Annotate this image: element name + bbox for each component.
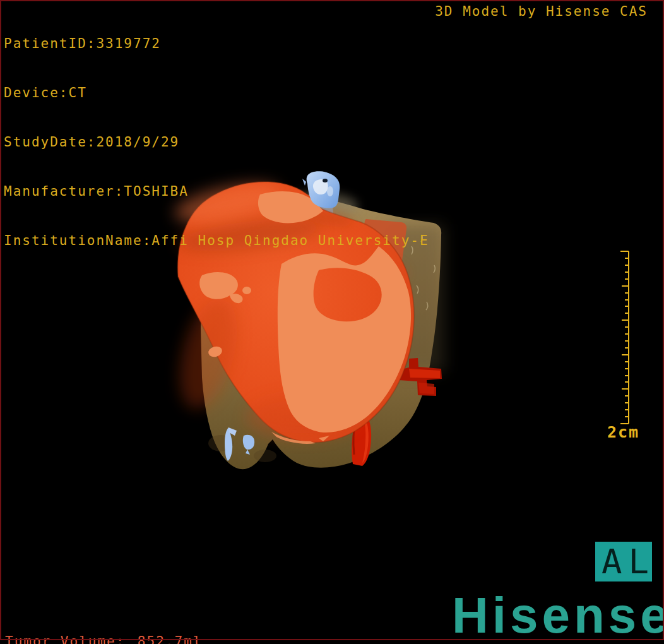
hisense-logo: Hisense [452, 595, 664, 639]
study-date: StudyDate:2018/9/29 [4, 134, 429, 150]
tumor-volume-row: Tumor Volume:852.7ml [5, 633, 202, 644]
patient-id: PatientID:3319772 [4, 35, 429, 52]
device: Device:CT [4, 85, 429, 101]
institution-name: InstitutionName:Affi Hosp Qingdao Univer… [4, 232, 429, 249]
orientation-marker[interactable]: AL [595, 542, 652, 581]
volume-readouts: Tumor Volume:852.7ml Liver Volume:1769.7… [5, 600, 202, 644]
scale-label: 2cm [607, 423, 639, 441]
tumor-volume-value: 852.7ml [125, 633, 202, 644]
scale-ruler [620, 251, 629, 424]
patient-info-block: PatientID:3319772 Device:CT StudyDate:20… [4, 3, 429, 282]
manufacturer: Manufacturer:TOSHIBA [4, 183, 429, 200]
tumor-volume-label: Tumor Volume: [5, 634, 125, 644]
viewer-window: PatientID:3319772 Device:CT StudyDate:20… [0, 0, 664, 644]
viewer-title: 3D Model by Hisense CAS [435, 4, 648, 19]
